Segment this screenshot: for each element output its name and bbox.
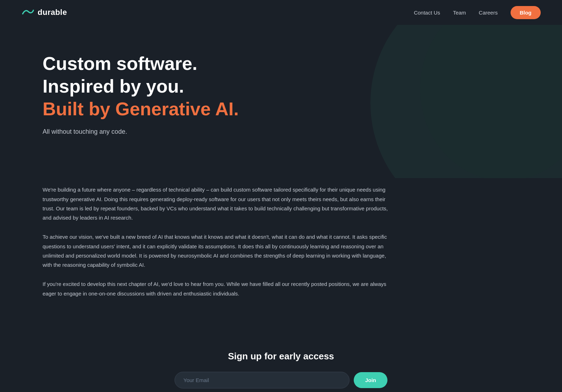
nav-links: Contact Us Team Careers Blog [414, 6, 541, 19]
hero-title-line2: Inspired by you. [43, 76, 519, 97]
body-section: We're building a future where anyone – r… [0, 178, 562, 330]
join-button[interactable]: Join [354, 372, 387, 388]
body-paragraph-1: We're building a future where anyone – r… [43, 185, 390, 222]
durable-logo-icon [21, 6, 34, 19]
hero-subtitle: All without touching any code. [43, 128, 519, 136]
nav-contact-us[interactable]: Contact Us [414, 10, 440, 16]
nav-careers[interactable]: Careers [479, 10, 497, 16]
logo[interactable]: durable [21, 6, 67, 19]
body-paragraph-2: To achieve our vision, we've built a new… [43, 232, 390, 270]
nav-team[interactable]: Team [453, 10, 466, 16]
body-paragraph-3: If you're excited to develop this next c… [43, 280, 390, 298]
hero-content: Custom software. Inspired by you. Built … [43, 53, 519, 136]
hero-title-line1: Custom software. [43, 53, 519, 74]
signup-form: Join [175, 372, 387, 388]
navbar: durable Contact Us Team Careers Blog [0, 0, 562, 25]
signup-title: Sign up for early access [228, 351, 334, 362]
blog-button[interactable]: Blog [511, 6, 541, 19]
hero-section: Custom software. Inspired by you. Built … [0, 25, 562, 178]
logo-text: durable [38, 8, 67, 17]
hero-title-line3: Built by Generative AI. [43, 99, 519, 120]
signup-section: Sign up for early access Join [0, 330, 562, 392]
email-input[interactable] [175, 372, 349, 388]
